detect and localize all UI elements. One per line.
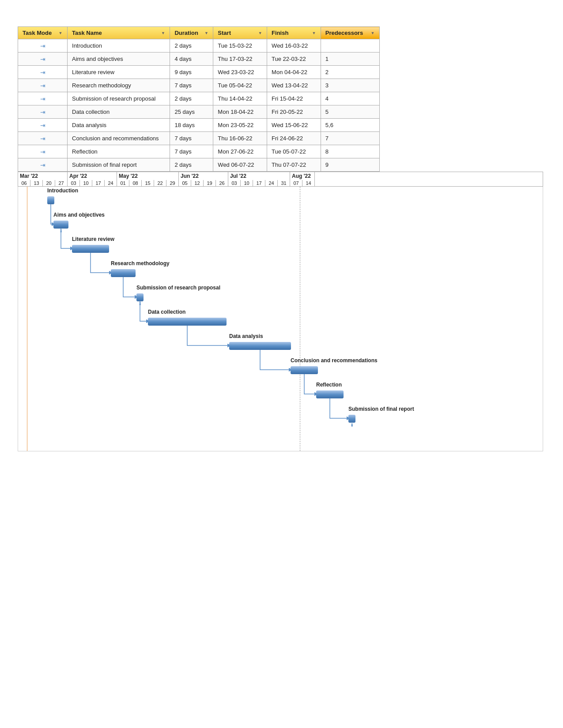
th-task-mode[interactable]: Task Mode ▼	[18, 27, 68, 39]
duration-cell: 9 days	[170, 66, 213, 79]
sort-icon-finish[interactable]: ▼	[312, 31, 316, 35]
sort-icon-task-mode[interactable]: ▼	[58, 31, 63, 35]
timeline-week: 22	[154, 180, 166, 186]
task-mode-cell: ⇥	[18, 105, 68, 119]
th-predecessors[interactable]: Predecessors ▼	[321, 27, 379, 39]
predecessors-cell: 1	[321, 53, 379, 66]
predecessors-cell: 2	[321, 66, 379, 79]
timeline-month: Apr '22	[68, 172, 117, 180]
timeline-week: 10	[80, 180, 92, 186]
gantt-task-label: Introduction	[47, 188, 78, 194]
sort-icon-start[interactable]: ▼	[258, 31, 262, 35]
task-mode-icon: ⇥	[40, 42, 45, 49]
gantt-bar	[136, 293, 144, 301]
table-row: ⇥ Submission of final report 2 days Wed …	[18, 158, 380, 172]
gantt-rows: IntroductionAims and objectives⬇Literatu…	[18, 187, 543, 429]
task-mode-cell: ⇥	[18, 39, 68, 53]
timeline-week: 20	[43, 180, 55, 186]
task-mode-icon: ⇥	[40, 69, 45, 76]
timeline-month: Aug '22	[290, 172, 315, 180]
gantt-row: Introduction	[18, 187, 543, 211]
task-mode-cell: ⇥	[18, 66, 68, 79]
table-row: ⇥ Research methodology 7 days Tue 05-04-…	[18, 79, 380, 92]
finish-cell: Mon 04-04-22	[267, 66, 321, 79]
start-cell: Thu 17-03-22	[213, 53, 267, 66]
gantt-bar	[291, 366, 318, 374]
th-finish[interactable]: Finish ▼	[267, 27, 321, 39]
task-table: Task Mode ▼ Task Name ▼ Duration ▼ Start	[18, 26, 380, 172]
timeline-week: 08	[129, 180, 142, 186]
timeline-week: 10	[241, 180, 253, 186]
start-cell: Mon 18-04-22	[213, 105, 267, 119]
finish-cell: Fri 20-05-22	[267, 105, 321, 119]
duration-cell: 25 days	[170, 105, 213, 119]
timeline-week: 03	[68, 180, 80, 186]
sort-icon-predecessors[interactable]: ▼	[370, 31, 375, 35]
gantt-arrow-icon: ⬇	[59, 229, 63, 233]
timeline-week: 12	[191, 180, 204, 186]
task-mode-icon: ⇥	[40, 122, 45, 129]
timeline-week: 15	[142, 180, 154, 186]
timeline-week: 07	[290, 180, 302, 186]
predecessors-cell: 3	[321, 79, 379, 92]
task-mode-cell: ⇥	[18, 119, 68, 132]
gantt-row: Data collection	[18, 308, 543, 332]
finish-cell: Wed 16-03-22	[267, 39, 321, 53]
task-mode-icon: ⇥	[40, 148, 45, 155]
gantt-row: Data analysis	[18, 332, 543, 356]
gantt-arrow-icon: ⬇	[350, 423, 354, 428]
finish-cell: Fri 24-06-22	[267, 132, 321, 145]
task-mode-cell: ⇥	[18, 79, 68, 92]
gantt-task-label: Literature review	[72, 236, 114, 242]
gantt-row: Literature review	[18, 235, 543, 259]
gantt-bar	[316, 390, 344, 398]
task-name-cell: Introduction	[68, 39, 170, 53]
task-mode-cell: ⇥	[18, 145, 68, 158]
gantt-bar	[47, 196, 54, 204]
task-mode-icon: ⇥	[40, 56, 45, 63]
timeline-week: 31	[278, 180, 290, 186]
finish-cell: Tue 22-03-22	[267, 53, 321, 66]
duration-cell: 7 days	[170, 79, 213, 92]
task-name-cell: Data analysis	[68, 119, 170, 132]
table-row: ⇥ Data analysis 18 days Mon 23-05-22 Wed…	[18, 119, 380, 132]
predecessors-cell: 4	[321, 92, 379, 105]
sort-icon-duration[interactable]: ▼	[204, 31, 208, 35]
sort-icon-task-name[interactable]: ▼	[161, 31, 165, 35]
gantt-task-label: Submission of research proposal	[136, 285, 220, 291]
start-cell: Tue 15-03-22	[213, 39, 267, 53]
start-cell: Wed 06-07-22	[213, 158, 267, 172]
gantt-body: IntroductionAims and objectives⬇Literatu…	[18, 187, 543, 451]
th-start[interactable]: Start ▼	[213, 27, 267, 39]
duration-cell: 2 days	[170, 158, 213, 172]
table-row: ⇥ Introduction 2 days Tue 15-03-22 Wed 1…	[18, 39, 380, 53]
gantt-task-label: Conclusion and recommendations	[291, 357, 378, 364]
duration-cell: 4 days	[170, 53, 213, 66]
finish-cell: Tue 05-07-22	[267, 145, 321, 158]
task-mode-icon: ⇥	[40, 82, 45, 89]
duration-cell: 7 days	[170, 132, 213, 145]
table-row: ⇥ Submission of research proposal 2 days…	[18, 92, 380, 105]
task-mode-icon: ⇥	[40, 95, 45, 102]
timeline-week: 14	[302, 180, 315, 186]
timeline-months: Mar '22Apr '22May '22Jun '22Jul '22Aug '…	[18, 172, 543, 180]
gantt-task-label: Data analysis	[229, 333, 263, 339]
table-row: ⇥ Data collection 25 days Mon 18-04-22 F…	[18, 105, 380, 119]
gantt-bar	[53, 221, 68, 229]
predecessors-cell: 5	[321, 105, 379, 119]
task-mode-icon: ⇥	[40, 109, 45, 116]
gantt-task-label: Aims and objectives	[53, 212, 105, 218]
predecessors-cell: 7	[321, 132, 379, 145]
finish-cell: Thu 07-07-22	[267, 158, 321, 172]
gantt-row: Conclusion and recommendations	[18, 356, 543, 381]
timeline-week: 17	[253, 180, 265, 186]
gantt-row: Aims and objectives⬇	[18, 211, 543, 235]
th-duration[interactable]: Duration ▼	[170, 27, 213, 39]
th-task-name[interactable]: Task Name ▼	[68, 27, 170, 39]
start-cell: Thu 14-04-22	[213, 92, 267, 105]
gantt-row: Reflection	[18, 381, 543, 405]
timeline-month: Mar '22	[18, 172, 68, 180]
start-cell: Wed 23-03-22	[213, 66, 267, 79]
timeline-month: Jun '22	[179, 172, 228, 180]
start-cell: Mon 23-05-22	[213, 119, 267, 132]
